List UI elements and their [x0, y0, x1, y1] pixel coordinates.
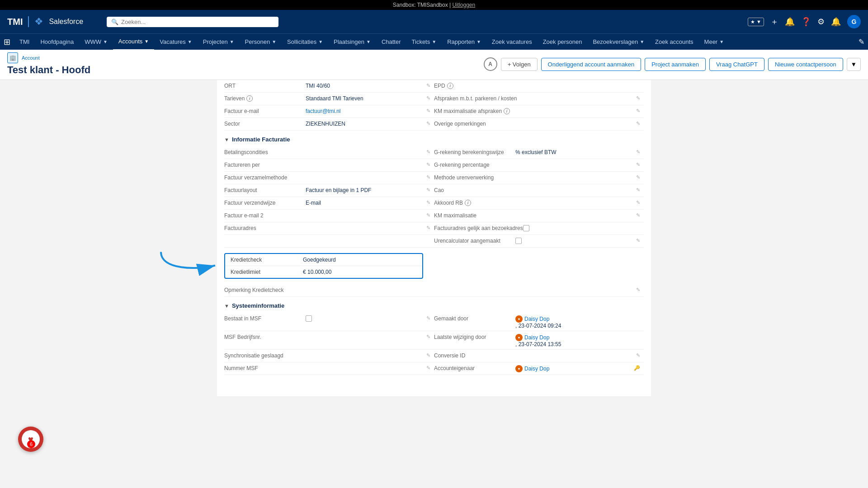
field-grekening-berek-edit[interactable]: ✎	[636, 148, 640, 155]
question-icon[interactable]: ❓	[801, 17, 811, 27]
notification-icon[interactable]: 🔔	[831, 17, 841, 27]
top-fields-grid: ORT TMI 40/60 ✎ EPD i Tarieven i Standaa…	[224, 80, 644, 131]
urencalculator-checkbox[interactable]	[515, 238, 522, 244]
field-nummer-msf-edit[interactable]: ✎	[426, 364, 430, 371]
add-icon[interactable]: ＋	[770, 16, 778, 27]
field-factuur-email-edit[interactable]: ✎	[426, 107, 430, 114]
field-akkoord-rb-edit[interactable]: ✎	[636, 199, 640, 206]
nav-item-personen[interactable]: Personen ▼	[240, 34, 282, 50]
field-gemaakt-door-label: Gemaakt door	[434, 314, 515, 322]
gemaakt-door-link[interactable]: ♥ Daisy Dop	[515, 315, 640, 323]
field-ort-edit[interactable]: ✎	[426, 82, 430, 89]
tarieven-info-icon[interactable]: i	[246, 95, 253, 102]
nav-item-tmi[interactable]: TMI	[14, 34, 35, 50]
nav-item-plaatsingen[interactable]: Plaatsingen ▼	[328, 34, 376, 50]
project-button[interactable]: Project aanmaken	[645, 58, 706, 71]
nav-item-accounts[interactable]: Accounts ▼	[113, 34, 154, 50]
field-factuuradres-edit[interactable]: ✎	[426, 224, 430, 231]
more-actions-button[interactable]: ▼	[847, 58, 861, 71]
app-grid-icon[interactable]: ⊞	[4, 37, 10, 47]
field-km-edit[interactable]: ✎	[636, 107, 640, 114]
nav-item-www[interactable]: WWW ▼	[79, 34, 113, 50]
nav-item-sollicitaties[interactable]: Sollicitaties ▼	[282, 34, 328, 50]
nav-item-zoek-vacatures[interactable]: Zoek vacatures	[486, 34, 538, 50]
field-msf-bedrijfsnr-edit[interactable]: ✎	[426, 333, 430, 340]
gemaakt-door-name[interactable]: Daisy Dop	[524, 316, 549, 322]
section-facturatie-header[interactable]: ▼ Informatie Facturatie	[224, 131, 644, 146]
nav-item-rapporten[interactable]: Rapporten ▼	[442, 34, 486, 50]
field-afspraken-edit[interactable]: ✎	[636, 94, 640, 101]
section-systeem-header[interactable]: ▼ Systeeminformatie	[224, 297, 644, 313]
field-factuurlayout: Factuurlayout Factuur en bijlage in 1 PD…	[224, 184, 434, 197]
bezoek-caret: ▼	[640, 39, 644, 44]
field-conversie-id-value	[515, 352, 633, 352]
field-grekening-pct: G-rekening percentage ✎	[434, 159, 644, 172]
field-cao-edit[interactable]: ✎	[636, 186, 640, 193]
follow-button[interactable]: + Volgen	[501, 58, 538, 71]
search-input[interactable]	[121, 19, 274, 25]
a-icon-button[interactable]: A	[484, 57, 497, 71]
field-tarieven-edit[interactable]: ✎	[426, 94, 430, 101]
field-accounteigenaar-edit[interactable]: 🔑	[634, 364, 640, 371]
kredietcheck-row: Kredietcheck Goedgekeurd	[225, 254, 422, 266]
nav-item-meer[interactable]: Meer ▼	[699, 34, 730, 50]
factuur-email-link[interactable]: factuur@tmi.nl	[306, 108, 341, 114]
nav-item-bezoekverslagen[interactable]: Bezoekverslagen ▼	[587, 34, 650, 50]
nav-item-zoek-personen[interactable]: Zoek personen	[538, 34, 588, 50]
field-factuur-verzamel-edit[interactable]: ✎	[426, 174, 430, 180]
field-betalingscondities-edit[interactable]: ✎	[426, 148, 430, 155]
nav-item-tickets[interactable]: Tickets ▼	[406, 34, 442, 50]
field-sync-edit[interactable]: ✎	[426, 352, 430, 358]
km-info-icon[interactable]: i	[504, 108, 510, 114]
field-grekening-pct-value	[515, 161, 633, 162]
field-factuurlayout-edit[interactable]: ✎	[426, 186, 430, 193]
chatgpt-button[interactable]: Vraag ChatGPT	[709, 58, 764, 71]
new-contact-button[interactable]: Nieuwe contactpersoon	[768, 58, 843, 71]
nav-item-zoek-accounts[interactable]: Zoek accounts	[650, 34, 699, 50]
floating-action-button[interactable]: ♥ 6	[18, 427, 43, 452]
epd-info-icon[interactable]: i	[447, 83, 453, 89]
logout-link[interactable]: Uitloggen	[452, 2, 475, 8]
field-grekening-pct-edit[interactable]: ✎	[636, 161, 640, 168]
laatste-wijziging-link[interactable]: ♥ Daisy Dop	[515, 334, 640, 341]
sandbox-bar: Sandbox: TMISandbox | Uitloggen	[0, 0, 868, 10]
accounteigenaar-name[interactable]: Daisy Dop	[524, 366, 549, 372]
factuuradres-checkbox[interactable]	[523, 225, 529, 231]
breadcrumb[interactable]: Account	[22, 55, 40, 61]
field-ort-label: ORT	[224, 82, 306, 89]
search-bar[interactable]: 🔍	[107, 17, 278, 27]
kredietlimiet-value: € 10.000,00	[303, 269, 331, 275]
field-accounteigenaar: Accounteigenaar ♥ Daisy Dop 🔑	[434, 362, 644, 375]
field-afspraken-value	[517, 94, 633, 95]
bell-icon[interactable]: 🔔	[785, 17, 795, 27]
field-methode-uren-label: Methode urenverwerking	[434, 174, 515, 181]
bestaat-msf-checkbox[interactable]	[306, 315, 312, 322]
akkoord-rb-info[interactable]: i	[465, 200, 471, 206]
onderliggend-button[interactable]: Onderliggend account aanmaken	[541, 58, 642, 71]
app-nav: ⊞ TMI Hoofdpagina WWW ▼ Accounts ▼ Vacat…	[0, 33, 868, 50]
field-factureren-per-edit[interactable]: ✎	[426, 161, 430, 168]
nav-item-projecten[interactable]: Projecten ▼	[198, 34, 240, 50]
field-km-maximalisatie-edit[interactable]: ✎	[636, 211, 640, 218]
field-akkoord-rb-value	[515, 199, 633, 200]
floating-btn-badge: 6	[27, 440, 35, 448]
nav-edit-icon[interactable]: ✎	[859, 38, 864, 46]
field-bestaat-msf-edit[interactable]: ✎	[426, 314, 430, 321]
laatste-wijziging-name[interactable]: Daisy Dop	[524, 334, 549, 341]
field-factuur-email2-edit[interactable]: ✎	[426, 211, 430, 218]
field-overige-edit[interactable]: ✎	[636, 120, 640, 127]
gear-icon[interactable]: ⚙	[817, 17, 825, 27]
star-badge[interactable]: ★ ▼	[748, 18, 764, 26]
nav-item-hoofdpagina[interactable]: Hoofdpagina	[35, 34, 79, 50]
nav-item-chatter[interactable]: Chatter	[376, 34, 406, 50]
nav-item-vacatures[interactable]: Vacatures ▼	[154, 34, 197, 50]
field-urencalculator-edit[interactable]: ✎	[636, 237, 640, 244]
field-sector-edit[interactable]: ✎	[426, 120, 430, 127]
field-methode-uren-edit[interactable]: ✎	[636, 174, 640, 180]
field-factuur-verz-edit[interactable]: ✎	[426, 199, 430, 206]
field-opmerking-krediet-edit[interactable]: ✎	[636, 286, 640, 293]
avatar[interactable]: G	[847, 15, 861, 28]
field-conversie-id-edit[interactable]: ✎	[636, 352, 640, 358]
accounteigenaar-link[interactable]: ♥ Daisy Dop	[515, 365, 631, 372]
field-empty-left	[224, 235, 434, 248]
